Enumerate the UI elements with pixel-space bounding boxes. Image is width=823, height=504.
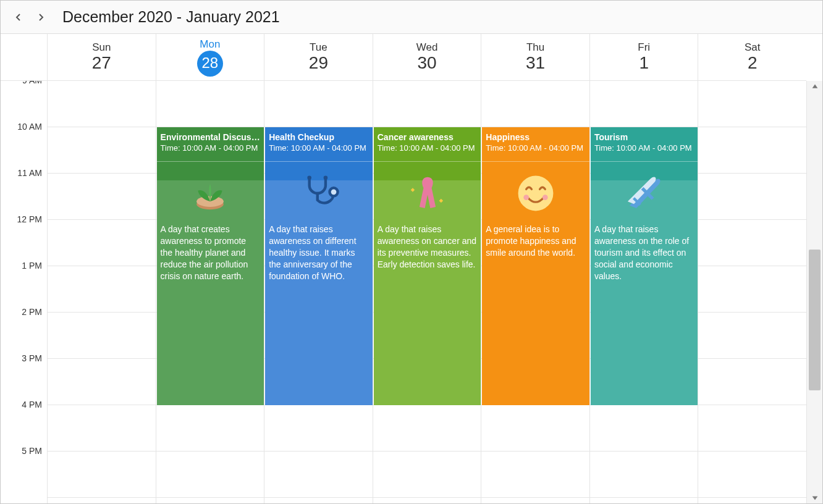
day-column[interactable]: Health CheckupTime: 10:00 AM - 04:00 PMA… <box>264 81 373 503</box>
time-label: 3 PM <box>1 353 47 400</box>
day-headers: Sun27Mon28Tue29Wed30Thu31Fri1Sat2 <box>1 34 806 81</box>
scrollbar-thumb[interactable] <box>809 250 821 390</box>
day-column[interactable] <box>48 81 156 503</box>
day-column[interactable] <box>698 81 806 503</box>
smile-icon <box>486 168 586 224</box>
plant-icon <box>161 168 261 224</box>
event-description: A day that creates awareness to promote … <box>161 224 261 282</box>
scroll-up-icon[interactable] <box>811 82 819 91</box>
day-column[interactable]: Cancer awarenessTime: 10:00 AM - 04:00 P… <box>373 81 482 503</box>
time-label: 1 PM <box>1 261 47 307</box>
date-number: 27 <box>92 54 111 73</box>
day-of-week-label: Fri <box>638 41 650 54</box>
toolbar: December 2020 - January 2021 <box>1 1 822 34</box>
scrollbar-track[interactable] <box>807 92 822 492</box>
calendar-event[interactable]: HappinessTime: 10:00 AM - 04:00 PMA gene… <box>482 127 589 405</box>
ribbon-icon <box>378 168 478 224</box>
svg-marker-12 <box>812 85 817 88</box>
day-of-week-label: Tue <box>310 41 327 54</box>
svg-point-9 <box>542 195 548 200</box>
date-range-title: December 2020 - January 2021 <box>62 8 280 26</box>
event-title: Cancer awareness <box>378 132 478 142</box>
calendar-event[interactable]: Health CheckupTime: 10:00 AM - 04:00 PMA… <box>265 127 373 405</box>
time-label: 11 AM <box>1 168 47 214</box>
svg-marker-6 <box>439 199 443 203</box>
day-header-sat[interactable]: Sat2 <box>698 34 806 80</box>
event-title: Health Checkup <box>269 132 369 142</box>
event-title: Happiness <box>486 132 586 142</box>
svg-point-4 <box>324 176 328 180</box>
day-header-mon[interactable]: Mon28 <box>156 34 265 80</box>
stethoscope-icon <box>269 168 369 224</box>
event-time: Time: 10:00 AM - 04:00 PM <box>161 143 261 153</box>
time-label: 5 PM <box>1 446 47 492</box>
event-description: A general idea is to promote happiness a… <box>486 224 586 259</box>
day-of-week-label: Sat <box>745 41 761 54</box>
vertical-scrollbar[interactable] <box>806 81 822 503</box>
day-header-tue[interactable]: Tue29 <box>264 34 373 80</box>
event-title: Tourism <box>594 132 694 142</box>
date-number: 28 <box>197 51 223 77</box>
prev-button[interactable] <box>9 8 28 27</box>
time-label: 10 AM <box>1 122 47 168</box>
day-column[interactable]: HappinessTime: 10:00 AM - 04:00 PMA gene… <box>481 81 590 503</box>
date-number: 31 <box>526 54 545 73</box>
gutter-header <box>1 34 48 80</box>
time-label: 4 PM <box>1 400 47 446</box>
event-title: Environmental Discuss... <box>161 132 261 142</box>
event-description: A day that raises awareness on different… <box>269 224 369 282</box>
calendar-event[interactable]: Cancer awarenessTime: 10:00 AM - 04:00 P… <box>374 127 481 405</box>
chevron-left-icon <box>14 12 23 22</box>
date-number: 2 <box>748 54 758 73</box>
chevron-right-icon <box>36 12 46 22</box>
day-of-week-label: Sun <box>92 41 111 54</box>
day-header-thu[interactable]: Thu31 <box>481 34 590 80</box>
event-time: Time: 10:00 AM - 04:00 PM <box>378 143 478 153</box>
scroll-down-icon[interactable] <box>811 494 819 502</box>
svg-point-2 <box>329 188 337 196</box>
day-columns: Environmental Discuss...Time: 10:00 AM -… <box>48 81 806 503</box>
day-header-sun[interactable]: Sun27 <box>48 34 156 80</box>
time-label: 12 PM <box>1 214 47 261</box>
svg-point-8 <box>523 195 529 200</box>
day-of-week-label: Thu <box>526 41 544 54</box>
time-label: 9 AM <box>1 81 47 122</box>
day-header-wed[interactable]: Wed30 <box>373 34 482 80</box>
calendar-main: Sun27Mon28Tue29Wed30Thu31Fri1Sat2 9 AM10… <box>1 34 822 503</box>
event-time: Time: 10:00 AM - 04:00 PM <box>594 143 694 153</box>
date-number: 30 <box>417 54 436 73</box>
day-of-week-label: Wed <box>416 41 438 54</box>
day-column[interactable]: Environmental Discuss...Time: 10:00 AM -… <box>156 81 265 503</box>
time-label: 2 PM <box>1 307 47 353</box>
svg-marker-5 <box>410 188 415 192</box>
event-description: A day that raises awareness on cancer an… <box>378 224 478 271</box>
day-header-fri[interactable]: Fri1 <box>590 34 699 80</box>
day-column[interactable]: TourismTime: 10:00 AM - 04:00 PMA day th… <box>590 81 699 503</box>
svg-marker-13 <box>812 496 817 500</box>
event-time: Time: 10:00 AM - 04:00 PM <box>486 143 586 153</box>
calendar-grid[interactable]: 9 AM10 AM11 AM12 PM1 PM2 PM3 PM4 PM5 PM … <box>1 81 806 503</box>
plane-icon <box>594 168 694 224</box>
event-time: Time: 10:00 AM - 04:00 PM <box>269 143 369 153</box>
next-button[interactable] <box>32 8 50 27</box>
calendar-event[interactable]: TourismTime: 10:00 AM - 04:00 PMA day th… <box>591 127 698 405</box>
svg-point-3 <box>307 176 311 180</box>
svg-point-7 <box>518 176 554 211</box>
date-number: 1 <box>639 54 649 73</box>
day-of-week-label: Mon <box>200 38 220 51</box>
calendar-event[interactable]: Environmental Discuss...Time: 10:00 AM -… <box>157 127 264 405</box>
date-number: 29 <box>309 54 328 73</box>
app-frame: December 2020 - January 2021 Sun27Mon28T… <box>0 0 823 504</box>
calendar-layout: Sun27Mon28Tue29Wed30Thu31Fri1Sat2 9 AM10… <box>1 34 822 503</box>
time-gutter: 9 AM10 AM11 AM12 PM1 PM2 PM3 PM4 PM5 PM <box>1 81 48 503</box>
event-description: A day that raises awareness on the role … <box>594 224 694 282</box>
